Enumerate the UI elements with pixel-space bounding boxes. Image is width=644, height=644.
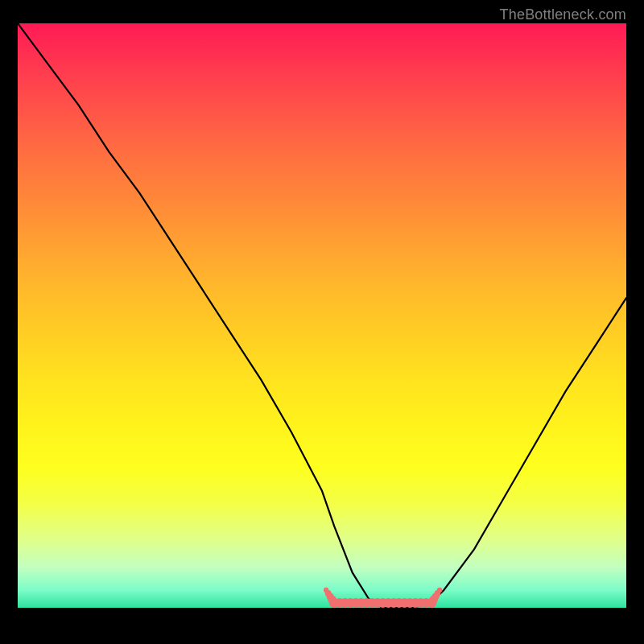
watermark-text: TheBottleneck.com <box>500 6 626 23</box>
valley-marker <box>324 588 442 608</box>
chart-frame: TheBottleneck.com <box>18 6 626 638</box>
plot-area <box>18 23 626 608</box>
bottleneck-curve <box>18 23 626 608</box>
chart-svg <box>18 23 626 608</box>
valley-marker-dot <box>324 588 328 592</box>
valley-marker-dot <box>437 588 442 592</box>
